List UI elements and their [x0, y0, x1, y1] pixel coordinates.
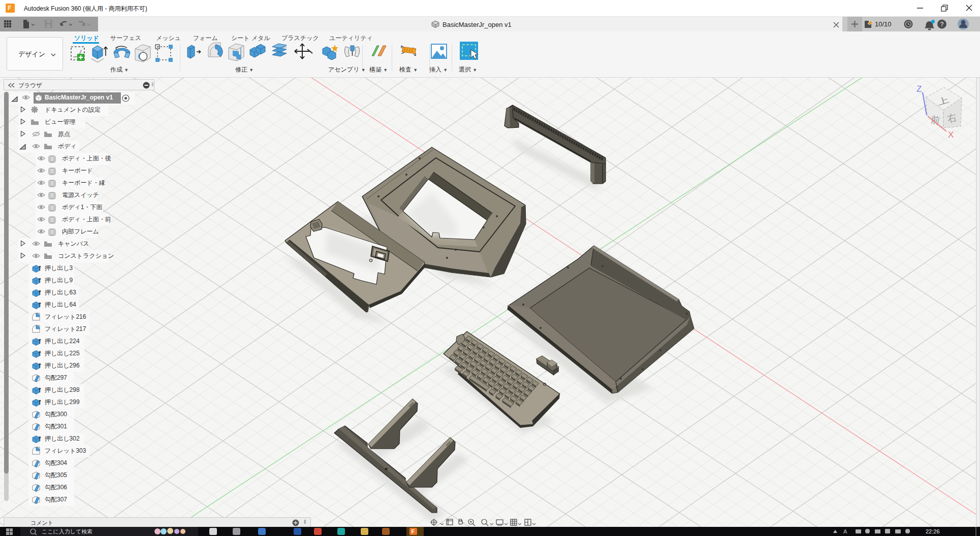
- svg-text:F: F: [412, 528, 415, 534]
- svg-text:22:26: 22:26: [926, 528, 940, 534]
- svg-text:A: A: [843, 528, 847, 534]
- svg-text:10/10: 10/10: [875, 20, 892, 28]
- svg-text:Z: Z: [916, 84, 922, 94]
- svg-text:X: X: [948, 130, 954, 140]
- svg-text:ここに入力して検索: ここに入力して検索: [42, 528, 92, 534]
- svg-text:?: ?: [940, 21, 944, 28]
